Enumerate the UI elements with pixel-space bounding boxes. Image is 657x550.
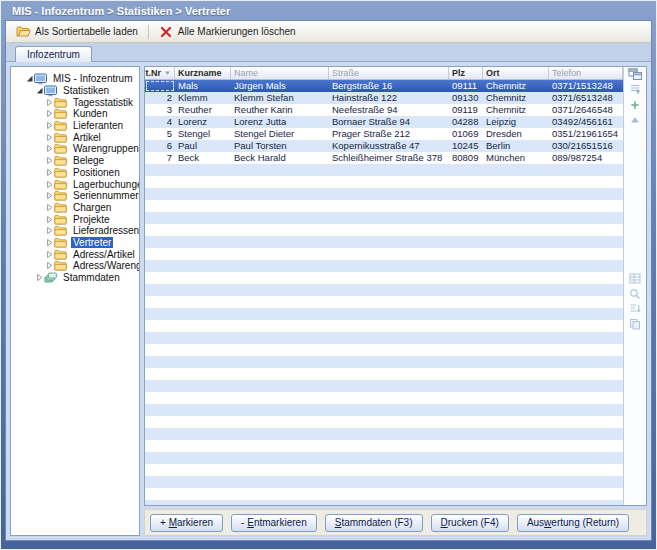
cell-telefon[interactable]: 03492/456161 <box>549 116 623 128</box>
cell-vtnr[interactable]: 3 <box>145 104 175 116</box>
stammdaten-button[interactable]: Stammdaten (F3) <box>325 514 423 532</box>
tree-item-mis-infozentrum[interactable]: MIS - Infozentrum <box>11 73 139 85</box>
tree-item-lieferanten[interactable]: Lieferanten <box>11 120 139 132</box>
cell-ort[interactable]: Leipzig <box>483 116 549 128</box>
expand-arrow-icon[interactable] <box>44 203 54 212</box>
cell-telefon[interactable]: 0371/2646548 <box>549 104 623 116</box>
cell-kurzname[interactable]: Beck <box>175 152 231 164</box>
tree-item-artikel[interactable]: Artikel <box>11 131 139 143</box>
cell-ort[interactable]: München <box>483 152 549 164</box>
collapse-arrow-icon[interactable] <box>24 74 34 83</box>
tree-item-warengruppen[interactable]: Warengruppen <box>11 143 139 155</box>
expand-arrow-icon[interactable] <box>44 226 54 235</box>
cell-plz[interactable]: 09130 <box>449 92 483 104</box>
clear-all-marks-button[interactable]: Alle Markierungen löschen <box>153 23 302 40</box>
column-header-name[interactable]: Name <box>231 67 329 79</box>
table-row[interactable]: 5StengelStengel DieterPrager Straße 2120… <box>145 128 623 140</box>
search-icon[interactable] <box>627 287 643 300</box>
copy-icon[interactable] <box>627 317 643 330</box>
tree-item-tagesstatistik[interactable]: Tagesstatistik <box>11 96 139 108</box>
cell-vtnr[interactable] <box>145 80 175 92</box>
cell-strasse[interactable]: Prager Straße 212 <box>329 128 449 140</box>
cell-strasse[interactable]: Kopernikusstraße 47 <box>329 140 449 152</box>
column-header-vtnr[interactable]: Vt.Nr <box>145 67 175 79</box>
cell-ort[interactable]: Chemnitz <box>483 92 549 104</box>
expand-arrow-icon[interactable] <box>44 133 54 142</box>
column-header-ort[interactable]: Ort <box>483 67 549 79</box>
tree-item-lieferadressen[interactable]: Lieferadressen <box>11 225 139 237</box>
tree-item-statistiken[interactable]: Statistiken <box>11 85 139 97</box>
tree-item-seriennummern[interactable]: Seriennummern <box>11 190 139 202</box>
cell-ort[interactable]: Dresden <box>483 128 549 140</box>
cell-ort[interactable]: Chemnitz <box>483 104 549 116</box>
expand-arrow-icon[interactable] <box>44 261 54 270</box>
column-chooser-icon[interactable] <box>627 68 643 81</box>
expand-arrow-icon[interactable] <box>44 144 54 153</box>
table-row[interactable]: 2KlemmKlemm StefanHainstraße 12209130Che… <box>145 92 623 104</box>
cell-plz[interactable]: 09111 <box>449 80 483 92</box>
cell-telefon[interactable]: 089/987254 <box>549 152 623 164</box>
drucken-button[interactable]: Drucken (F4) <box>431 514 509 532</box>
tree-item-lagerbuchungen[interactable]: Lagerbuchungen <box>11 178 139 190</box>
cell-vtnr[interactable]: 7 <box>145 152 175 164</box>
cell-name[interactable]: Lorenz Jutta <box>231 116 329 128</box>
cell-name[interactable]: Beck Harald <box>231 152 329 164</box>
cell-plz[interactable]: 04288 <box>449 116 483 128</box>
expand-arrow-icon[interactable] <box>44 121 54 130</box>
tree-item-positionen[interactable]: Positionen <box>11 167 139 179</box>
table-row[interactable]: 7BeckBeck HaraldSchleißheimer Straße 378… <box>145 152 623 164</box>
scroll-top-icon[interactable] <box>627 83 643 96</box>
column-header-plz[interactable]: Plz <box>449 67 483 79</box>
tree-item-kunden[interactable]: Kunden <box>11 108 139 120</box>
table-row[interactable]: 3ReutherReuther KarinNeefestraße 9409119… <box>145 104 623 116</box>
tree-item-projekte[interactable]: Projekte <box>11 213 139 225</box>
cell-telefon[interactable]: 0351/21961654 <box>549 128 623 140</box>
tree-item-chargen[interactable]: Chargen <box>11 202 139 214</box>
cell-kurzname[interactable]: Reuther <box>175 104 231 116</box>
column-header-kurzname[interactable]: Kurzname <box>175 67 231 79</box>
tree-item-adress-artikel[interactable]: Adress/Artikel <box>11 248 139 260</box>
cell-kurzname[interactable]: Paul <box>175 140 231 152</box>
unmark-button[interactable]: - Entmarkieren <box>231 514 317 532</box>
tree-item-adress-warengruppen[interactable]: Adress/Warengruppen <box>11 260 139 272</box>
cell-strasse[interactable]: Neefestraße 94 <box>329 104 449 116</box>
expand-arrow-icon[interactable] <box>44 215 54 224</box>
tree-item-stammdaten[interactable]: Stammdaten <box>11 272 139 284</box>
tab-infozentrum[interactable]: Infozentrum <box>15 46 92 62</box>
column-header-telefon[interactable]: Telefon <box>549 67 623 79</box>
expand-arrow-icon[interactable] <box>44 156 54 165</box>
expand-arrow-icon[interactable] <box>44 98 54 107</box>
tree-item-vertreter[interactable]: Vertreter <box>11 237 139 249</box>
grid-icon[interactable] <box>627 272 643 285</box>
cell-kurzname[interactable]: Stengel <box>175 128 231 140</box>
sort-list-icon[interactable] <box>627 302 643 315</box>
cell-kurzname[interactable]: Mals <box>175 80 231 92</box>
cell-ort[interactable]: Berlin <box>483 140 549 152</box>
expand-arrow-icon[interactable] <box>44 250 54 259</box>
cell-name[interactable]: Stengel Dieter <box>231 128 329 140</box>
insert-icon[interactable] <box>627 98 643 111</box>
auswertung-button[interactable]: Auswertung (Return) <box>517 514 629 532</box>
tree-item-belege[interactable]: Belege <box>11 155 139 167</box>
expand-arrow-icon[interactable] <box>44 191 54 200</box>
cell-name[interactable]: Jürgen Mals <box>231 80 329 92</box>
expand-arrow-icon[interactable] <box>44 180 54 189</box>
cell-strasse[interactable]: Hainstraße 122 <box>329 92 449 104</box>
table-row[interactable]: 6PaulPaul TorstenKopernikusstraße 471024… <box>145 140 623 152</box>
collapse-arrow-icon[interactable] <box>34 86 44 95</box>
scroll-up-icon[interactable] <box>627 113 643 126</box>
expand-arrow-icon[interactable] <box>34 273 44 282</box>
cell-strasse[interactable]: Bornaer Straße 94 <box>329 116 449 128</box>
cell-kurzname[interactable]: Klemm <box>175 92 231 104</box>
expand-arrow-icon[interactable] <box>44 109 54 118</box>
column-header-strasse[interactable]: Straße <box>329 67 449 79</box>
cell-name[interactable]: Klemm Stefan <box>231 92 329 104</box>
load-sort-table-button[interactable]: Als Sortiertabelle laden <box>10 23 144 40</box>
cell-telefon[interactable]: 0371/1513248 <box>549 80 623 92</box>
cell-strasse[interactable]: Schleißheimer Straße 378 <box>329 152 449 164</box>
cell-plz[interactable]: 80809 <box>449 152 483 164</box>
cell-plz[interactable]: 01069 <box>449 128 483 140</box>
cell-plz[interactable]: 10245 <box>449 140 483 152</box>
cell-vtnr[interactable]: 2 <box>145 92 175 104</box>
cell-telefon[interactable]: 030/21651516 <box>549 140 623 152</box>
